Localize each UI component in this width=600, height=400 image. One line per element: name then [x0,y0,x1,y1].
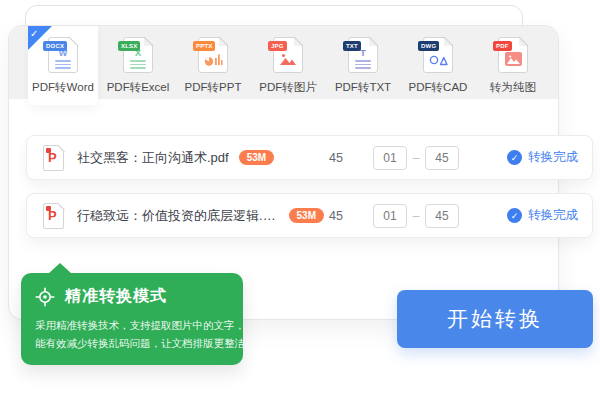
pptx-badge: PPTX [193,41,215,51]
file-row: P 社交黑客：正向沟通术.pdf 53M 45 – ✓ 转换完成 [26,135,593,180]
tab-label: PDF转CAD [409,80,468,95]
page-range-end-input[interactable] [425,146,459,170]
pure-image-file-icon: PDF [498,37,528,73]
tab-pdf-to-image[interactable]: JPG PDF转图片 [253,26,323,99]
tooltip-description-line2: 能有效减少转换乱码问题，让文档排版更整洁 [35,334,231,352]
start-convert-button[interactable]: 开始转换 [397,290,593,348]
pdf-file-icon: P [43,203,64,229]
status-complete: ✓ 转换完成 [507,149,578,166]
page-range-start-input[interactable] [373,204,407,228]
tab-label: PDF转Excel [107,80,170,95]
txt-file-icon: TXT T [348,37,378,73]
tab-pdf-to-excel[interactable]: XLSX X PDF转Excel [103,26,173,99]
page-range: – [373,146,459,170]
page-range-start-input[interactable] [373,146,407,170]
ppt-file-icon: PPTX [198,37,228,73]
format-tabbar: ✓ DOCX W PDF转Word XLSX X PDF转Excel PPTX [9,26,558,99]
page-range-end-input[interactable] [425,204,459,228]
file-size-badge: 53M [289,208,324,223]
pdf-badge: PDF [493,41,512,51]
tab-to-pure-image[interactable]: PDF 转为纯图 [478,26,548,99]
tab-pdf-to-txt[interactable]: TXT T PDF转TXT [328,26,398,99]
page-count: 45 [324,209,348,223]
check-circle-icon: ✓ [507,208,522,223]
file-size-badge: 53M [239,150,274,165]
tab-label: PDF转TXT [335,80,391,95]
excel-file-icon: XLSX X [123,37,153,73]
range-dash: – [410,209,422,223]
tab-pdf-to-word[interactable]: ✓ DOCX W PDF转Word [28,26,98,105]
status-label: 转换完成 [528,149,578,166]
page-count: 45 [324,151,348,165]
status-complete: ✓ 转换完成 [507,207,578,224]
file-row: P 行稳致远：价值投资的底层逻辑.pdf 53M 45 – ✓ 转换完成 [26,193,593,238]
tab-label: PDF转图片 [259,80,317,95]
dwg-badge: DWG [418,41,439,51]
page-range: – [373,204,459,228]
xlsx-badge: XLSX [118,41,140,51]
tooltip-title: 精准转换模式 [65,286,167,307]
tab-label: 转为纯图 [490,80,536,95]
cad-file-icon: DWG [423,37,453,73]
status-label: 转换完成 [528,207,578,224]
file-name: 行稳致远：价值投资的底层逻辑.pdf [77,207,279,225]
tab-label: PDF转Word [32,80,94,95]
image-file-icon: JPG [273,37,303,73]
target-icon [35,287,55,307]
tab-label: PDF转PPT [185,80,242,95]
check-icon: ✓ [30,28,38,39]
jpg-badge: JPG [268,41,287,51]
word-file-icon: DOCX W [48,37,78,73]
pdf-file-icon: P [43,145,64,171]
range-dash: – [410,151,422,165]
check-circle-icon: ✓ [507,150,522,165]
docx-badge: DOCX [43,41,67,51]
tab-pdf-to-cad[interactable]: DWG PDF转CAD [403,26,473,99]
precise-mode-tooltip: 精准转换模式 采用精准转换技术，支持提取图片中的文字， 能有效减少转换乱码问题，… [21,273,243,365]
tooltip-description-line1: 采用精准转换技术，支持提取图片中的文字， [35,316,231,334]
tab-pdf-to-ppt[interactable]: PPTX PDF转PPT [178,26,248,99]
tooltip-arrow [48,263,72,274]
txt-badge: TXT [343,41,361,51]
file-name: 社交黑客：正向沟通术.pdf [77,149,229,167]
